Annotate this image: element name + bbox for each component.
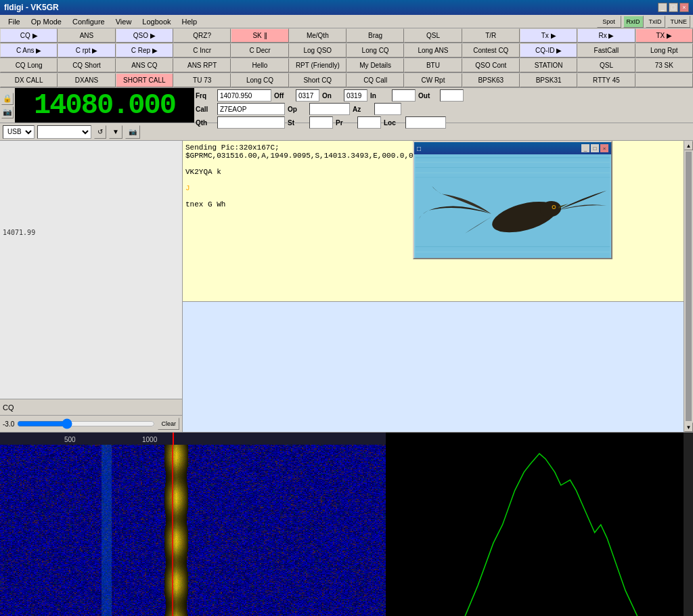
btn-hello[interactable]: Hello <box>231 58 288 72</box>
btn-tx[interactable]: Tx ▶ <box>520 28 577 43</box>
maximize-button[interactable]: □ <box>669 3 678 12</box>
cam-btn[interactable]: 📷 <box>125 125 140 139</box>
btn-rx[interactable]: Rx ▶ <box>577 28 635 43</box>
waterfall-canvas[interactable] <box>0 445 386 616</box>
scale-500: 500 <box>64 436 76 443</box>
cq-label: CQ <box>3 403 14 412</box>
menu-view[interactable]: View <box>110 16 137 27</box>
close-button[interactable]: × <box>679 3 689 12</box>
scroll-thumb[interactable] <box>686 152 692 421</box>
tune-button[interactable]: TUNE <box>667 16 691 28</box>
rxid-button[interactable]: RxID <box>623 16 644 28</box>
btn-tr[interactable]: T/R <box>462 28 520 43</box>
st-input[interactable] <box>309 116 333 129</box>
pic-icon[interactable]: 📷 <box>1 106 14 118</box>
btn-ansrpt[interactable]: ANS RPT <box>173 58 231 72</box>
btn-qsl2[interactable]: QSL <box>577 58 635 72</box>
btn-cwrpt[interactable]: CW Rpt <box>404 73 462 87</box>
qth-label: Qth <box>196 119 215 127</box>
btn-cqid[interactable]: CQ-ID ▶ <box>520 43 577 58</box>
btn-sk[interactable]: SK ‖ <box>231 28 288 43</box>
btn-crpt[interactable]: C rpt ▶ <box>58 43 115 58</box>
btn-cincr[interactable]: C Incr <box>173 43 231 58</box>
submode-select[interactable] <box>37 125 91 139</box>
out-input[interactable] <box>440 89 464 102</box>
op-input[interactable] <box>309 103 350 115</box>
pic-close[interactable]: × <box>600 144 608 152</box>
btn-crep[interactable]: C Rep ▶ <box>116 43 173 58</box>
az-input[interactable] <box>374 103 401 115</box>
pr-input[interactable] <box>357 116 381 129</box>
btn-rptfriendly[interactable]: RPT (Friendly) <box>289 58 346 72</box>
btn-qso[interactable]: QSO ▶ <box>116 28 173 43</box>
refresh-btn[interactable]: ↺ <box>94 125 106 139</box>
on-input[interactable] <box>344 89 367 102</box>
right-scrollbar[interactable]: ▲ ▼ <box>684 141 693 432</box>
menu-file[interactable]: File <box>3 16 26 27</box>
btn-longcq[interactable]: Long CQ <box>346 43 404 58</box>
btn-qsl[interactable]: QSL <box>404 28 462 43</box>
spot-button[interactable]: Spot <box>597 16 621 28</box>
spectrum-canvas <box>386 433 693 616</box>
minimize-button[interactable]: _ <box>658 3 667 12</box>
btn-tx2[interactable]: TX ▶ <box>635 28 693 43</box>
pic-min[interactable]: _ <box>581 144 589 152</box>
menu-opmode[interactable]: Op Mode <box>26 16 67 27</box>
off-input[interactable] <box>296 89 319 102</box>
btn-station[interactable]: STATION <box>520 58 577 72</box>
btn-bpsk63[interactable]: BPSK63 <box>462 73 520 87</box>
scroll-down[interactable]: ▼ <box>684 422 693 432</box>
btn-btu[interactable]: BTU <box>404 58 462 72</box>
btn-mydetails[interactable]: My Details <box>346 58 404 72</box>
btn-fastcall[interactable]: FastCall <box>577 43 635 58</box>
btn-empty[interactable] <box>635 73 693 87</box>
btn-longas[interactable]: Long ANS <box>404 43 462 58</box>
btn-anscq[interactable]: ANS CQ <box>116 58 173 72</box>
in-input[interactable] <box>392 89 416 102</box>
btn-meqth[interactable]: Me/Qth <box>289 28 346 43</box>
app-title: fldigi - VK5GR <box>4 3 59 12</box>
menu-logbook[interactable]: Logbook <box>137 16 176 27</box>
freq-marker: 14071.99 <box>3 229 35 236</box>
btn-shortcall[interactable]: SHORT CALL <box>116 73 173 87</box>
txid-button[interactable]: TxID <box>646 16 665 28</box>
btn-cqcall[interactable]: CQ Call <box>346 73 404 87</box>
btn-qsocont[interactable]: QSO Cont <box>462 58 520 72</box>
qth-input[interactable] <box>217 116 285 129</box>
btn-cdecr[interactable]: C Decr <box>231 43 288 58</box>
loc-input[interactable] <box>405 116 446 129</box>
btn-longcq2[interactable]: Long CQ <box>231 73 288 87</box>
btn-dxcall[interactable]: DX CALL <box>0 73 58 87</box>
window-controls[interactable]: _ □ × <box>658 3 689 12</box>
btn-rtty45[interactable]: RTTY 45 <box>577 73 635 87</box>
volume-slider[interactable] <box>17 418 155 429</box>
btn-cqlong[interactable]: CQ Long <box>0 58 58 72</box>
btn-ans[interactable]: ANS <box>58 28 115 43</box>
btn-contestcq[interactable]: Contest CQ <box>462 43 520 58</box>
btn-bpsk31[interactable]: BPSK31 <box>520 73 577 87</box>
pic-max[interactable]: □ <box>591 144 599 152</box>
btn-cans[interactable]: C Ans ▶ <box>0 43 58 58</box>
frq-input[interactable] <box>217 89 271 102</box>
btn-shortcq[interactable]: Short CQ <box>289 73 346 87</box>
menu-help[interactable]: Help <box>177 16 203 27</box>
btn-longrpt[interactable]: Long Rpt <box>635 43 693 58</box>
btn-logqso[interactable]: Log QSO <box>289 43 346 58</box>
down-btn[interactable]: ▼ <box>109 125 122 139</box>
call-input[interactable] <box>217 103 285 115</box>
scroll-up[interactable]: ▲ <box>684 141 693 150</box>
frequency-display: 14080.000 <box>15 88 194 123</box>
btn-73sk[interactable]: 73 SK <box>635 58 693 72</box>
btn-cq[interactable]: CQ ▶ <box>0 28 58 43</box>
mode-select[interactable]: USBLSBCWAMFM <box>3 125 35 139</box>
menu-configure[interactable]: Configure <box>67 16 110 27</box>
btn-tu73[interactable]: TU 73 <box>173 73 231 87</box>
btn-qrz[interactable]: QRZ? <box>173 28 231 43</box>
btn-cqshort[interactable]: CQ Short <box>58 58 115 72</box>
lock-icon[interactable]: 🔒 <box>1 93 14 105</box>
clear-button[interactable]: Clear <box>158 418 179 430</box>
waterfall-left: 500 1000 <box>0 433 386 616</box>
pic-controls[interactable]: _ □ × <box>581 144 608 152</box>
btn-brag[interactable]: Brag <box>346 28 404 43</box>
btn-dxans[interactable]: DXANS <box>58 73 115 87</box>
